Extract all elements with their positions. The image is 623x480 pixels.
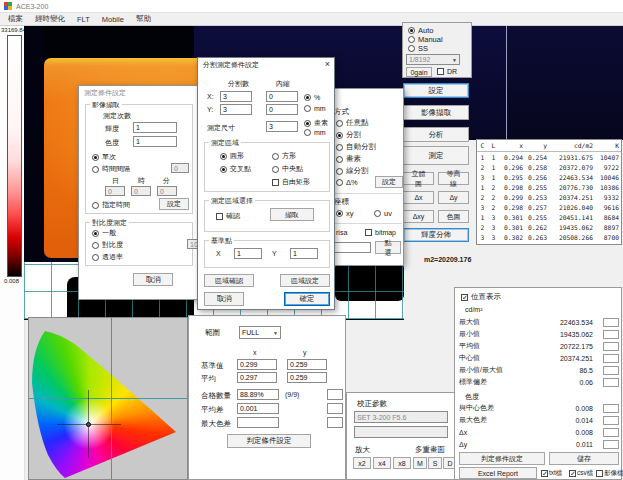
circle-radio[interactable] [220,153,227,160]
save-button[interactable]: 儲存 [549,452,619,465]
capture-button[interactable]: 影像擷取 [403,105,469,120]
measure-button[interactable]: 測定 [403,146,469,165]
chroma-count-field[interactable]: 1 [133,136,177,147]
txt-checkbox[interactable]: ✓ [541,470,548,477]
xy-label: xy [346,209,354,218]
single-radio[interactable] [92,154,99,161]
size-field[interactable]: 3 [266,121,298,132]
center-radio[interactable] [272,166,279,173]
split-ok-button[interactable]: 確定 [284,292,330,306]
colormap-button[interactable]: 色圖 [438,210,469,223]
menu-item[interactable]: 經時變化 [35,14,65,24]
csv-checkbox[interactable]: ✓ [569,470,576,477]
shutter-select[interactable]: 1/8192▼ [406,54,460,65]
measure-cancel-button[interactable]: 取消 [133,273,173,286]
chroma-count-label: 色度 [105,138,119,148]
y-inset-field[interactable]: 0 [266,104,298,115]
position-checkbox[interactable]: ✓ [461,294,468,301]
line-split-radio[interactable] [336,168,343,175]
xy-radio[interactable] [336,210,343,217]
normal-radio[interactable] [92,230,99,237]
close-icon[interactable]: × [325,59,330,69]
confirm-checkbox[interactable] [216,213,223,220]
scheduled-radio[interactable] [92,202,99,209]
image-file-checkbox[interactable] [596,470,603,477]
x-div-field[interactable]: 3 [220,91,252,102]
ss-radio[interactable] [408,45,415,52]
pixel-unit-radio[interactable] [304,120,311,127]
mm-radio[interactable] [304,105,311,112]
cross-radio[interactable] [220,166,227,173]
avg-x-field[interactable]: 0.297 [237,372,277,383]
table-row[interactable]: 130.301 0.25520451.1418684 [477,212,621,222]
gain-button[interactable]: 0gain [406,67,432,77]
table-row[interactable]: 210.296 0.25820372.0799722 [477,162,621,172]
split-cancel-button[interactable]: 取消 [204,292,244,306]
menu-item[interactable]: FLT [77,15,90,24]
luminance-dist-button[interactable]: 輝度分佈 [403,228,469,242]
menu-item[interactable]: 幫助 [136,14,151,24]
delta-x-button[interactable]: Δx [403,191,434,204]
file-path-field[interactable] [333,242,371,253]
method-set-button[interactable]: 設定 [375,176,403,188]
table-row[interactable]: 310.295 0.25622463.53410046 [477,172,621,182]
lum-count-field[interactable]: 1 [133,122,177,133]
any-point-radio[interactable] [336,120,343,127]
mm-unit-radio[interactable] [304,129,311,136]
measurement-table[interactable]: C L x y cd/m2 K 110.294 0.25421931.67510… [476,139,622,245]
free-rect-checkbox[interactable] [272,179,279,186]
delta-percent-radio[interactable] [336,179,343,186]
bitmap-checkbox[interactable] [365,229,372,236]
range-select[interactable]: FULL▼ [239,326,281,339]
contour-button[interactable]: 等高線 [438,172,469,185]
cie-chromaticity-panel[interactable] [28,317,188,480]
table-row[interactable]: 330.302 0.26320508.2668700 [477,232,621,242]
menu-item[interactable]: 檔案 [8,14,23,24]
capture-region-button[interactable]: 擷取 [270,208,314,221]
table-row[interactable]: 230.301 0.26219435.0628897 [477,222,621,232]
ref-x-field[interactable]: 0.299 [237,359,277,370]
zoom-x4-button[interactable]: x4 [373,457,391,469]
table-row[interactable]: 120.298 0.25520776.73010386 [477,182,621,192]
transmit-radio[interactable] [92,254,99,261]
region-confirm-button[interactable]: 區域確認 [204,274,254,287]
uv-radio[interactable] [374,210,381,217]
x-inset-field[interactable]: 0 [266,91,298,102]
ref-y-field[interactable]: 1 [290,248,318,259]
view3d-button[interactable]: 立體圖 [403,172,434,185]
percent-radio[interactable] [304,94,311,101]
analyze-button[interactable]: 分析 [403,127,469,142]
square-radio[interactable] [272,153,279,160]
delta-xy-button[interactable]: Δxy [403,210,434,223]
judge-settings-button[interactable]: 判定條件設定 [227,434,311,448]
table-row[interactable]: 110.294 0.25421931.67510407 [477,152,621,162]
interval-radio[interactable] [92,166,99,173]
zoom-x8-button[interactable]: x8 [393,457,411,469]
browse-button[interactable]: 點選 [375,241,401,254]
schedule-set-button[interactable]: 設定 [159,198,189,210]
y-div-field[interactable]: 3 [220,104,252,115]
judge-settings-button-2[interactable]: 判定條件設定 [459,452,545,465]
excel-report-button[interactable]: Excel Report [459,467,537,479]
multi-s-button[interactable]: S [428,457,442,469]
table-row[interactable]: 220.299 0.25320374.2519332 [477,192,621,202]
manual-radio[interactable] [408,36,415,43]
auto-split-radio[interactable] [336,144,343,151]
settings-button[interactable]: 設定 [403,83,469,98]
contrast-radio[interactable] [92,242,99,249]
auto-radio[interactable] [408,27,415,34]
multi-m-button[interactable]: M [413,457,427,469]
region-set-button[interactable]: 區域設定 [280,274,330,287]
pixel-radio[interactable] [336,156,343,163]
ref-y-field[interactable]: 0.259 [287,359,327,370]
avg-y-field[interactable]: 0.259 [287,372,327,383]
zoom-x2-button[interactable]: x2 [353,457,371,469]
menu-item[interactable]: Mobile [102,15,124,24]
split-radio[interactable] [336,132,343,139]
delta-y-button[interactable]: Δy [438,191,469,204]
dr-checkbox[interactable] [437,68,444,75]
secondary-image-panel[interactable] [506,26,623,140]
ref-x-field[interactable]: 1 [234,248,262,259]
divisions-label: 分割數 [228,79,249,89]
table-row[interactable]: 320.298 0.25721026.0409616 [477,202,621,212]
